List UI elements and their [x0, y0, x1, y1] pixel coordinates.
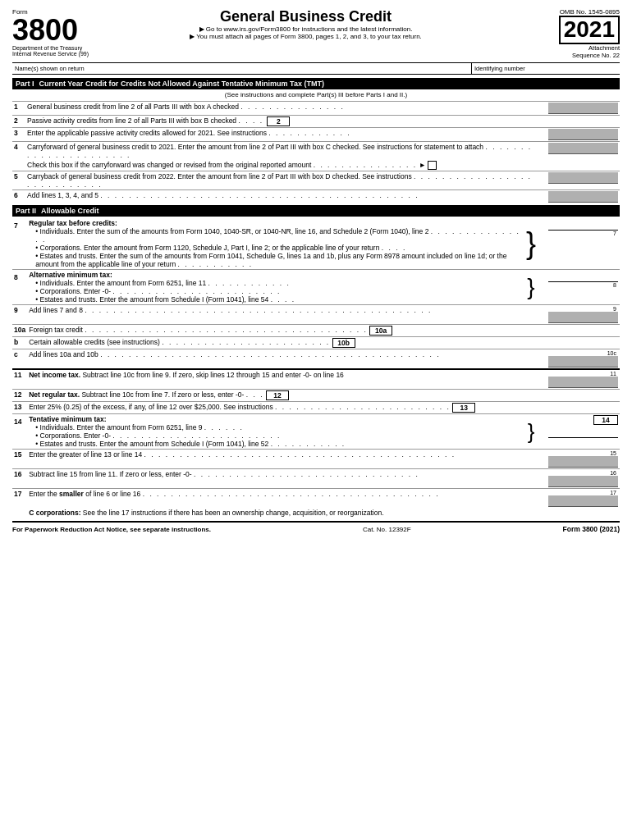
line-13-num: 13	[12, 402, 27, 414]
line-4-input[interactable]	[548, 143, 618, 154]
dots: . . . . . . . . . . . .	[208, 279, 291, 287]
line-14-label: Tentative minimum tax:	[29, 415, 106, 423]
line-7-num: 7	[12, 218, 27, 270]
spacer	[524, 325, 538, 337]
dots: . . .	[246, 390, 264, 399]
line-8-input[interactable]	[548, 271, 618, 282]
name-field-label[interactable]: Name(s) shown on return	[12, 63, 472, 74]
line-5-result[interactable]	[538, 171, 620, 190]
table-row: C corporations: See the line 17 instruct…	[12, 508, 620, 518]
line-7-desc: Regular tax before credits: • Individual…	[27, 218, 524, 270]
footer: For Paperwork Reduction Act Notice, see …	[12, 521, 620, 536]
line-7-result[interactable]: 7	[538, 218, 620, 270]
line-16-num: 16	[12, 469, 27, 489]
line-1-input[interactable]	[548, 103, 618, 114]
table-row: 8 Alternative minimum tax: • Individuals…	[12, 270, 620, 305]
line-10a-inline[interactable]: 10a	[369, 326, 392, 336]
line-17-input[interactable]	[548, 495, 618, 507]
line-16-result[interactable]: 16	[538, 469, 620, 489]
table-row: b Certain allowable credits (see instruc…	[12, 337, 620, 349]
line-11-result[interactable]: 11	[538, 369, 620, 390]
line-15-desc: Enter the greater of line 13 or line 14 …	[27, 450, 524, 469]
line-15-num: 15	[12, 450, 27, 469]
line-14-input[interactable]	[548, 427, 618, 438]
line-10c-result[interactable]: 10c	[538, 349, 620, 370]
dots: . . . . . . . . . . . . . . . . . . . . …	[112, 287, 281, 295]
dots: . . . . . . . . . . . . . . .	[35, 227, 520, 244]
line-14-result[interactable]: 14	[538, 414, 620, 450]
cat-number: Cat. No. 12392F	[363, 526, 411, 533]
part1-label: Part I	[16, 80, 34, 88]
line-8-sub3: • Estates and trusts. Enter the amount f…	[29, 295, 295, 304]
line-8-desc: Alternative minimum tax: • Individuals. …	[27, 270, 524, 305]
line-10c-input[interactable]	[548, 356, 618, 368]
dots: . . . . . . . . . . . . . . . . . . . . …	[85, 326, 368, 334]
line-12-desc: Net regular tax. Subtract line 10c from …	[27, 390, 524, 402]
line-8-num: 8	[12, 270, 27, 305]
line-14-sub1: • Individuals. Enter the amount from For…	[29, 423, 244, 431]
line-12-inline[interactable]: 12	[266, 390, 289, 400]
line-1-result[interactable]	[538, 101, 620, 115]
line-7-input[interactable]	[548, 219, 618, 231]
part1-header: Part I Current Year Credit for Credits N…	[12, 78, 620, 89]
line-15-label-right: 15	[539, 450, 616, 456]
line-7-sub1: • Individuals. Enter the sum of the amou…	[29, 227, 523, 244]
line-10b-inline[interactable]: 10b	[332, 338, 355, 348]
line-1-num: 1	[12, 101, 25, 115]
line-3-result[interactable]	[538, 127, 620, 141]
line-13-inline[interactable]: 13	[452, 403, 475, 413]
line-9-desc: Add lines 7 and 8 . . . . . . . . . . . …	[27, 305, 524, 325]
line-6-result[interactable]	[538, 190, 620, 204]
line-6-num: 6	[12, 190, 25, 204]
dots: . . . . . . . . . . . . . . . . . . . . …	[162, 338, 330, 346]
line-16-input[interactable]	[548, 476, 618, 487]
table-row: 12 Net regular tax. Subtract line 10c fr…	[12, 390, 620, 402]
carryforward-checkbox[interactable]	[428, 161, 437, 170]
table-row: 5 Carryback of general business credit f…	[12, 171, 620, 190]
line-14-num: 14	[12, 414, 27, 450]
brace-8: }	[524, 270, 538, 305]
line-6-input[interactable]	[548, 191, 618, 203]
line-5-input[interactable]	[548, 172, 618, 184]
line-15-input[interactable]	[548, 456, 618, 468]
spacer	[524, 337, 538, 349]
line-14-inline[interactable]: 14	[593, 415, 618, 425]
line-10c-desc: Add lines 10a and 10b . . . . . . . . . …	[27, 349, 524, 370]
ccorp-bold: C corporations:	[29, 509, 80, 517]
line-9-result[interactable]: 9	[538, 305, 620, 325]
spacer	[524, 450, 538, 469]
line-3-desc: Enter the applicable passive activity cr…	[25, 127, 538, 141]
table-row: 3 Enter the applicable passive activity …	[12, 127, 620, 141]
spacer	[524, 305, 538, 325]
id-field-label[interactable]: Identifying number	[472, 63, 620, 74]
line-17-result[interactable]: 17	[538, 489, 620, 509]
line-9-input[interactable]	[548, 312, 618, 323]
dots: . . . . . . . . . . . . . . . . . . . . …	[27, 172, 532, 189]
dots: . . . . . . . . . . . . . . . . . . . . …	[275, 403, 451, 411]
dots: . . . . . . . . . . . . . . .	[240, 103, 345, 111]
part2-title: Allowable Credit	[41, 207, 99, 215]
line-9-label-right: 9	[539, 306, 616, 312]
form-title: General Business Credit	[98, 8, 513, 25]
omb-number: OMB No. 1545-0895	[513, 8, 620, 16]
line-5-num: 5	[12, 171, 25, 190]
brace-7: }	[524, 218, 538, 270]
line-10a-num: 10a	[12, 325, 27, 337]
line-2-inline-box[interactable]: 2	[267, 116, 290, 126]
line-8-label: Alternative minimum tax:	[29, 271, 112, 279]
line-15-result[interactable]: 15	[538, 450, 620, 469]
dept2: Internal Revenue Service (99)	[12, 51, 90, 57]
line-8-result[interactable]: 8	[538, 270, 620, 305]
dots: . . . .	[382, 244, 407, 252]
line-10b-desc: Certain allowable credits (see instructi…	[27, 337, 524, 349]
table-row: 4 Carryforward of general business credi…	[12, 141, 620, 160]
table-row: 10a Foreign tax credit . . . . . . . . .…	[12, 325, 620, 337]
dept1: Department of the Treasury	[12, 45, 90, 51]
table-row: 7 Regular tax before credits: • Individu…	[12, 218, 620, 270]
line-3-input[interactable]	[548, 129, 618, 140]
line-12-num: 12	[12, 390, 27, 402]
line-11-input[interactable]	[548, 377, 618, 388]
line-4-result[interactable]	[538, 141, 620, 160]
line-4-num: 4	[12, 141, 25, 160]
part1-table: 1 General business credit from line 2 of…	[12, 101, 620, 203]
